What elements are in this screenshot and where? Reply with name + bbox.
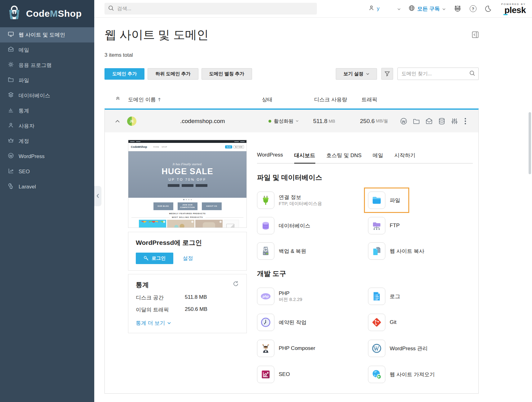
dark-mode-moon-icon[interactable] xyxy=(485,5,491,12)
wordpress-settings-link[interactable]: 설정 xyxy=(183,255,193,262)
website-preview[interactable]: CodeMShop HOMESHOP BLUE BUY NOW It has F… xyxy=(128,140,247,228)
seo-chart-tile-icon xyxy=(257,366,274,383)
layers-icon xyxy=(8,92,14,99)
more-statistics-link[interactable]: 통계 더 보기 xyxy=(136,320,165,327)
sidebar-item-wordpress[interactable]: WordPress xyxy=(0,149,94,164)
tile-backup-restore[interactable]: 백업 & 복원 xyxy=(257,242,306,260)
sidebar-item-label: Laravel xyxy=(19,184,36,190)
chevron-down-icon xyxy=(167,322,171,324)
monthly-traffic-value: 250.6 MB xyxy=(185,306,207,313)
ftp-folder-network-icon xyxy=(368,217,385,234)
tab-get-started[interactable]: 시작하기 xyxy=(394,152,415,163)
column-header-domain-name[interactable]: 도메인 이름 xyxy=(128,96,161,103)
tile-website-import[interactable]: 웹 사이트 가져오기 xyxy=(368,366,435,383)
sidebar-item-users[interactable]: 사용자 xyxy=(0,118,94,134)
view-settings-button[interactable]: 보기 설정 xyxy=(336,68,377,80)
user-menu[interactable]: y xyxy=(368,5,401,12)
domain-search xyxy=(397,68,479,80)
collapse-all-rows-icon[interactable] xyxy=(116,96,120,100)
row-collapse-icon[interactable] xyxy=(115,120,120,122)
user-name: y xyxy=(377,6,380,12)
add-subdomain-button[interactable]: 하위 도메인 추가 xyxy=(148,68,198,80)
tile-git[interactable]: Git xyxy=(368,314,397,331)
tile-scheduled-tasks[interactable]: 예약된 작업 xyxy=(257,314,307,331)
wordpress-login-card: WordPressd에 로그인 로그인 설정 xyxy=(128,232,247,271)
sidebar-item-applications[interactable]: 응용 프로그램 xyxy=(0,58,94,73)
database-shortcut-icon[interactable] xyxy=(438,117,446,125)
purple-database-icon xyxy=(257,217,274,234)
column-header-disk-usage[interactable]: 디스크 사용량 xyxy=(314,96,347,103)
preview-weekly-heading: WEEKLY FEATURED PRODUCTS xyxy=(128,213,246,214)
sidebar-item-statistics[interactable]: 통계 xyxy=(0,103,94,118)
tile-ftp[interactable]: FTP xyxy=(368,217,400,234)
tile-seo[interactable]: SEO xyxy=(257,366,290,383)
tile-copy-website[interactable]: 웹 사이트 복사 xyxy=(368,242,424,260)
chevron-down-icon xyxy=(296,120,299,122)
tile-files[interactable]: 파일 xyxy=(364,188,409,213)
status-dot xyxy=(268,120,271,122)
sidebar-item-account[interactable]: 계정 xyxy=(0,134,94,149)
scrollbar-thumb[interactable] xyxy=(529,112,531,174)
tab-dashboard[interactable]: 대시보드 xyxy=(294,152,315,163)
column-header-traffic[interactable]: 트래픽 xyxy=(361,96,377,103)
tab-wordpress[interactable]: WordPress xyxy=(257,152,283,163)
domain-name-link[interactable]: .codemshop.com xyxy=(180,118,225,125)
collapse-content-pane-icon[interactable] xyxy=(472,31,479,39)
avatar: JE xyxy=(127,117,136,126)
plug-icon xyxy=(257,192,274,209)
gear-icon xyxy=(8,61,14,69)
assistant-owl-icon[interactable] xyxy=(454,5,462,13)
person-icon xyxy=(8,122,14,130)
plesk-logo: POWERED BY plesk xyxy=(501,3,527,15)
sidebar-item-laravel[interactable]: Laravel xyxy=(0,179,94,194)
global-search-input[interactable] xyxy=(117,6,313,11)
tile-databases[interactable]: 데이터베이스 xyxy=(257,217,310,234)
add-domain-alias-button[interactable]: 도메인 별칭 추가 xyxy=(202,68,252,80)
filter-funnel-icon[interactable] xyxy=(381,68,393,80)
table-header: 도메인 이름 상태 디스크 사용량 트래픽 xyxy=(104,96,479,104)
wordpress-login-button[interactable]: 로그인 xyxy=(136,253,173,264)
tab-mail[interactable]: 메일 xyxy=(373,152,383,163)
kebab-menu-icon[interactable] xyxy=(464,117,466,125)
domain-search-input[interactable] xyxy=(401,71,469,77)
preview-badge-buy-now: BUY NOW xyxy=(233,145,244,148)
preview-carousel-dots xyxy=(128,198,246,201)
sidebar-item-label: 계정 xyxy=(19,138,29,145)
sidebar-item-databases[interactable]: 데이터베이스 xyxy=(0,88,94,103)
files-shortcut-icon[interactable] xyxy=(413,117,420,125)
tile-wordpress-manage[interactable]: WordPress 관리 xyxy=(368,340,428,357)
help-icon[interactable]: ? xyxy=(470,5,477,12)
sidebar-collapse-handle[interactable] xyxy=(94,186,101,206)
settings-sliders-icon[interactable] xyxy=(451,117,458,125)
tile-logs[interactable]: 로그 xyxy=(368,288,400,305)
sidebar-item-websites-domains[interactable]: 웹 사이트 및 도메인 xyxy=(0,27,94,42)
mail-shortcut-icon[interactable] xyxy=(425,117,433,125)
column-header-status[interactable]: 상태 xyxy=(262,96,273,103)
tab-hosting-dns[interactable]: 호스팅 및 DNS xyxy=(326,152,361,163)
dev-tools-grid: php PHP버전 8.2.29 로그 xyxy=(257,288,473,383)
wordpress-shortcut-icon[interactable] xyxy=(400,117,407,125)
tile-php[interactable]: php PHP버전 8.2.29 xyxy=(257,288,302,305)
subscriptions-menu[interactable]: 모든 구독 xyxy=(409,5,446,12)
app-logo[interactable]: CodeMShop xyxy=(0,0,94,27)
domain-left-column: CodeMShop HOMESHOP BLUE BUY NOW It has F… xyxy=(128,140,247,333)
sidebar-item-files[interactable]: 파일 xyxy=(0,73,94,88)
tile-connection-info[interactable]: 연결 정보FTP, 데이터베이스용 xyxy=(257,192,322,209)
preview-hero-subtitle: UP TO 70% OFF xyxy=(168,178,206,181)
status-dropdown[interactable]: 활성화됨 xyxy=(268,118,299,124)
disk-usage-value: 511.8MB xyxy=(313,118,335,125)
row-quick-actions xyxy=(400,117,458,125)
tile-php-composer[interactable]: PHP Composer xyxy=(257,340,315,357)
traffic-value: 250.6MB/월 xyxy=(360,118,388,125)
disk-space-label: 디스크 공간 xyxy=(136,294,185,301)
refresh-icon[interactable] xyxy=(233,281,239,288)
sidebar-item-seo[interactable]: SEO xyxy=(0,164,94,179)
toolbar: 도메인 추가 하위 도메인 추가 도메인 별칭 추가 보기 설정 xyxy=(104,68,479,80)
statistics-title: 통계 xyxy=(136,281,149,289)
preview-admin-bar xyxy=(128,140,246,143)
preview-badge-blue: BLUE xyxy=(225,145,232,148)
add-domain-button[interactable]: 도메인 추가 xyxy=(104,68,144,80)
user-icon xyxy=(368,5,375,12)
sidebar-item-mail[interactable]: 메일 xyxy=(0,42,94,58)
log-document-icon xyxy=(368,288,385,305)
